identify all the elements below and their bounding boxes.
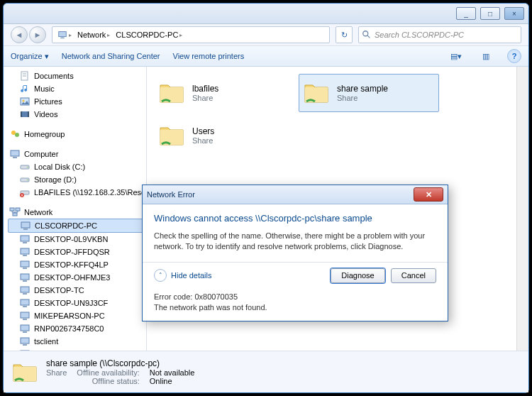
tree-network-node[interactable]: RNP0026734758C0 xyxy=(8,322,146,335)
tree-music[interactable]: Music xyxy=(8,82,146,95)
svg-rect-28 xyxy=(21,236,29,241)
svg-rect-35 xyxy=(23,280,27,282)
svg-rect-27 xyxy=(23,229,28,230)
dialog-message: Check the spelling of the name. Otherwis… xyxy=(154,231,436,252)
search-placeholder: Search CLSCORPDC-PC xyxy=(375,31,464,39)
organize-menu[interactable]: Organize ▾ xyxy=(11,52,49,61)
error-description: The network path was not found. xyxy=(154,302,436,313)
preview-pane-button[interactable]: ▥ xyxy=(477,48,494,65)
share-item[interactable]: lbafilesShare xyxy=(154,74,294,112)
tree-network-node[interactable]: DESKTOP-0L9VKBN xyxy=(8,233,146,246)
computer-node-icon xyxy=(19,233,31,245)
tree-network-node[interactable]: DESKTOP-JFFDQSR xyxy=(8,246,146,258)
tree-videos[interactable]: Videos xyxy=(8,108,146,121)
tree-network-node[interactable]: tsclient xyxy=(8,335,146,348)
svg-line-3 xyxy=(367,35,370,38)
breadcrumb[interactable]: ▸ Network▸ CLSCORPDC-PC▸ xyxy=(52,26,330,43)
network-sharing-center-button[interactable]: Network and Sharing Center xyxy=(62,52,160,60)
svg-rect-34 xyxy=(21,274,29,280)
svg-rect-31 xyxy=(23,255,27,256)
share-folder-icon xyxy=(301,78,331,108)
details-type: Share xyxy=(46,368,67,377)
svg-text:✕: ✕ xyxy=(21,193,23,197)
tree-network-node[interactable]: MIKEPEARSON-PC xyxy=(8,309,146,322)
details-avail-value: Not available xyxy=(150,368,195,377)
minimize-button[interactable]: _ xyxy=(456,7,476,20)
maximize-button[interactable]: □ xyxy=(480,7,500,20)
search-icon xyxy=(362,30,372,40)
tree-computer[interactable]: Computer xyxy=(8,148,146,160)
svg-rect-25 xyxy=(13,213,17,216)
tree-drive-d[interactable]: Storage (D:) xyxy=(8,173,146,186)
svg-rect-14 xyxy=(11,150,19,156)
search-input[interactable]: Search CLSCORPDC-PC xyxy=(358,26,521,43)
address-bar-row: ◄ ► ▸ Network▸ CLSCORPDC-PC▸ ↻ Search CL… xyxy=(4,24,528,46)
tree-drive-c[interactable]: Local Disk (C:) xyxy=(8,160,146,173)
computer-node-icon xyxy=(19,246,31,258)
chevron-up-icon: ˄ xyxy=(154,269,167,282)
breadcrumb-host[interactable]: CLSCORPDC-PC xyxy=(116,31,178,39)
details-avail-label: Offline availability: xyxy=(77,368,139,377)
drive-icon xyxy=(19,161,31,172)
tree-network[interactable]: Network xyxy=(8,206,146,219)
svg-rect-40 xyxy=(21,312,29,318)
computer-node-icon xyxy=(19,259,31,270)
share-item[interactable]: UsersShare xyxy=(154,116,294,155)
svg-rect-37 xyxy=(23,293,27,295)
tree-documents[interactable]: Documents xyxy=(8,70,146,82)
share-folder-icon xyxy=(157,78,187,108)
nav-forward-button[interactable]: ► xyxy=(29,26,46,43)
drive-icon xyxy=(19,174,31,185)
svg-rect-32 xyxy=(21,261,29,267)
tree-network-node[interactable]: DESKTOP-UN9J3CF xyxy=(8,297,146,309)
details-status-label: Offline status: xyxy=(77,377,139,385)
svg-rect-29 xyxy=(23,242,27,243)
network-error-dialog: Network Error ✕ Windows cannot access \\… xyxy=(142,185,448,321)
share-item[interactable]: share sampleShare xyxy=(299,74,439,112)
share-folder-icon xyxy=(11,358,39,386)
breadcrumb-network[interactable]: Network xyxy=(77,31,106,39)
svg-point-12 xyxy=(11,131,16,135)
view-remote-printers-button[interactable]: View remote printers xyxy=(173,52,245,60)
homegroup-icon xyxy=(9,128,21,140)
tree-homegroup[interactable]: Homegroup xyxy=(8,128,146,141)
scrollbar[interactable] xyxy=(516,67,528,351)
svg-rect-36 xyxy=(21,287,29,292)
tree-network-node[interactable]: DESKTOP-OHFMJE3 xyxy=(8,271,146,284)
cancel-button[interactable]: Cancel xyxy=(391,268,436,283)
computer-icon xyxy=(57,30,67,40)
svg-rect-10 xyxy=(21,111,22,117)
details-pane: share sample (\\Clscorpdc-pc) Share Offl… xyxy=(4,351,528,392)
view-options-button[interactable]: ▤ ▾ xyxy=(448,48,465,65)
refresh-button[interactable]: ↻ xyxy=(336,26,353,43)
computer-node-icon xyxy=(20,220,31,231)
error-code: Error code: 0x80070035 xyxy=(154,292,436,302)
computer-icon xyxy=(9,148,21,160)
svg-rect-33 xyxy=(23,268,27,269)
nav-back-button[interactable]: ◄ xyxy=(11,26,28,43)
details-name: share sample (\\Clscorpdc-pc) xyxy=(46,358,160,368)
svg-rect-41 xyxy=(23,319,27,320)
svg-point-2 xyxy=(363,31,368,36)
network-icon xyxy=(9,207,21,218)
diagnose-button[interactable]: Diagnose xyxy=(331,268,384,283)
svg-rect-0 xyxy=(59,32,67,37)
explorer-window: _ □ × ◄ ► ▸ Network▸ CLSCORPDC-PC▸ ↻ Sea… xyxy=(3,3,529,393)
tree-network-node[interactable]: CLSCORPDC-PC xyxy=(8,219,146,233)
svg-point-19 xyxy=(27,180,28,181)
tree-network-node[interactable]: DESKTOP-KFFQ4LP xyxy=(8,258,146,271)
dialog-title: Network Error xyxy=(147,190,414,199)
tree-pictures[interactable]: Pictures xyxy=(8,95,146,108)
svg-rect-30 xyxy=(21,248,29,254)
svg-rect-39 xyxy=(23,306,27,307)
computer-node-icon xyxy=(19,336,31,347)
close-button[interactable]: × xyxy=(504,7,524,20)
help-button[interactable]: ? xyxy=(507,49,521,63)
hide-details-toggle[interactable]: ˄ Hide details xyxy=(154,269,211,282)
dialog-titlebar[interactable]: Network Error ✕ xyxy=(143,185,448,204)
tree-drive-lbafiles[interactable]: ✕LBAFILES (\\192.168.2.35\Resou xyxy=(8,186,146,199)
svg-rect-26 xyxy=(21,222,30,228)
navigation-tree[interactable]: Documents Music Pictures Videos Homegrou… xyxy=(4,67,147,351)
dialog-close-button[interactable]: ✕ xyxy=(414,187,443,202)
tree-network-node[interactable]: DESKTOP-TC xyxy=(8,284,146,297)
